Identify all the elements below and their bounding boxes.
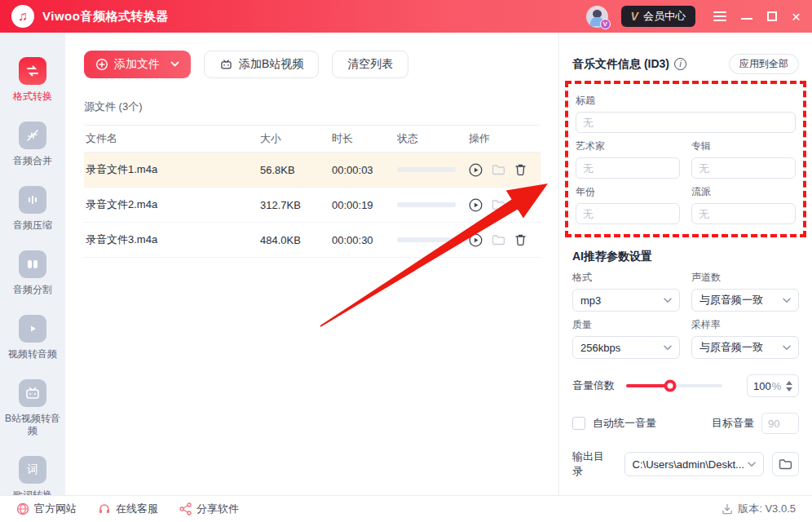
table-row[interactable]: 录音文件1.m4a 56.8KB 00:00:03 xyxy=(84,153,541,188)
user-avatar[interactable]: V xyxy=(586,6,608,28)
format-label: 格式 xyxy=(572,271,680,285)
output-dir-label: 输出目录 xyxy=(572,449,614,479)
main-area: 添加文件 添加B站视频 清空列表 源文件 (3个) 文件名 大小 时长 状态 操… xyxy=(65,33,558,495)
auto-volume-checkbox[interactable] xyxy=(572,417,585,430)
browse-folder-button[interactable] xyxy=(772,452,799,476)
year-field-label: 年份 xyxy=(576,185,680,199)
info-icon[interactable]: i xyxy=(674,58,686,70)
play-icon[interactable] xyxy=(469,163,483,177)
sidebar-item-video-to-audio[interactable]: 视频转音频 xyxy=(2,315,64,361)
vip-center-button[interactable]: V 会员中心 xyxy=(621,6,695,27)
sidebar-item-audio-split[interactable]: 音频分割 xyxy=(2,250,64,296)
chevron-down-icon xyxy=(748,462,756,467)
clear-list-button[interactable]: 清空列表 xyxy=(332,51,408,78)
delete-trash-icon[interactable] xyxy=(514,233,527,246)
chevron-down-icon xyxy=(170,61,179,68)
video-to-audio-icon xyxy=(19,315,46,343)
samplerate-label: 采样率 xyxy=(691,318,799,332)
title-field[interactable] xyxy=(576,112,796,133)
file-duration: 00:00:30 xyxy=(332,234,397,246)
stepper-arrows-icon[interactable] xyxy=(786,381,792,392)
album-field[interactable] xyxy=(691,157,796,179)
chevron-down-icon xyxy=(664,345,672,351)
file-name: 录音文件1.m4a xyxy=(84,162,260,177)
minimize-button[interactable] xyxy=(741,18,752,20)
file-size: 312.7KB xyxy=(260,199,332,211)
progress-bar xyxy=(397,167,456,172)
bilibili-tv-icon xyxy=(19,379,46,407)
quality-label: 质量 xyxy=(572,318,680,332)
artist-field[interactable] xyxy=(576,157,680,179)
file-name: 录音文件2.m4a xyxy=(84,197,260,212)
file-duration: 00:00:19 xyxy=(332,199,397,211)
target-volume-field[interactable] xyxy=(761,413,799,434)
delete-trash-icon[interactable] xyxy=(514,198,527,211)
progress-bar xyxy=(397,202,456,207)
download-icon xyxy=(722,503,733,515)
footer-bar: 官方网站 在线客服 分享软件 版本: V3.0.5 xyxy=(0,495,812,522)
share-software-link[interactable]: 分享软件 xyxy=(179,502,239,516)
vip-badge: V xyxy=(600,19,611,29)
online-support-link[interactable]: 在线客服 xyxy=(98,502,158,516)
channels-label: 声道数 xyxy=(691,271,799,285)
audio-compress-icon xyxy=(19,186,46,214)
quality-select[interactable]: 256kbps xyxy=(572,336,680,359)
format-convert-icon xyxy=(19,57,46,85)
add-bilibili-button[interactable]: 添加B站视频 xyxy=(204,51,319,78)
table-row[interactable]: 录音文件3.m4a 484.0KB 00:00:30 xyxy=(84,223,541,258)
vip-v-icon: V xyxy=(631,10,638,23)
share-icon xyxy=(179,502,192,515)
source-file-count: 源文件 (3个) xyxy=(84,100,541,114)
slider-thumb[interactable] xyxy=(664,380,677,392)
tv-icon xyxy=(219,58,233,71)
settings-panel: 音乐文件信息 (ID3) i 应用到全部 标题 艺术家 专辑 年份 xyxy=(558,33,812,495)
play-icon[interactable] xyxy=(469,233,483,247)
genre-field-label: 流派 xyxy=(691,185,796,199)
audio-merge-icon xyxy=(19,122,46,149)
file-duration: 00:00:03 xyxy=(332,164,397,176)
id3-annotation-box: 标题 艺术家 专辑 年份 流派 xyxy=(565,81,806,237)
app-logo-music-icon: ♫ xyxy=(11,5,34,28)
channels-select[interactable]: 与原音频一致 xyxy=(691,289,799,312)
close-button[interactable]: × xyxy=(792,9,801,24)
file-table: 文件名 大小 时长 状态 操作 录音文件1.m4a 56.8KB 00:00:0… xyxy=(84,125,541,258)
sidebar-item-audio-compress[interactable]: 音频压缩 xyxy=(2,186,64,232)
official-website-link[interactable]: 官方网站 xyxy=(16,502,77,516)
volume-percent-stepper[interactable]: 100% xyxy=(747,374,799,397)
volume-label: 音量倍数 xyxy=(572,378,615,393)
open-folder-icon[interactable] xyxy=(492,234,505,246)
delete-trash-icon[interactable] xyxy=(514,163,527,176)
artist-field-label: 艺术家 xyxy=(576,139,680,153)
add-file-button[interactable]: 添加文件 xyxy=(84,51,191,78)
sidebar-item-audio-merge[interactable]: 音频合并 xyxy=(2,122,64,167)
id3-section-title: 音乐文件信息 (ID3) xyxy=(572,57,669,72)
sidebar-item-format-convert[interactable]: 格式转换 xyxy=(2,57,64,103)
genre-field[interactable] xyxy=(691,203,796,224)
open-folder-icon[interactable] xyxy=(492,164,505,176)
version-info[interactable]: 版本: V3.0.5 xyxy=(722,502,796,516)
auto-volume-label: 自动统一音量 xyxy=(593,416,656,431)
samplerate-select[interactable]: 与原音频一致 xyxy=(691,336,799,359)
chevron-down-icon xyxy=(783,298,791,303)
volume-slider[interactable] xyxy=(626,384,722,387)
play-icon[interactable] xyxy=(469,198,483,212)
circle-plus-icon xyxy=(95,58,108,71)
titlebar: ♫ Viwoo音频格式转换器 V V 会员中心 × xyxy=(0,0,812,33)
progress-bar xyxy=(397,237,456,242)
sidebar: 格式转换 音频合并 音频压缩 音频分割 视频转音频 xyxy=(0,33,65,495)
chevron-down-icon xyxy=(783,345,791,351)
year-field[interactable] xyxy=(576,203,680,224)
globe-icon xyxy=(16,502,29,515)
menu-icon[interactable] xyxy=(713,11,726,21)
audio-split-icon xyxy=(19,250,46,278)
title-field-label: 标题 xyxy=(576,94,796,108)
apply-all-button[interactable]: 应用到全部 xyxy=(729,54,799,74)
table-row[interactable]: 录音文件2.m4a 312.7KB 00:00:19 xyxy=(84,188,541,223)
album-field-label: 专辑 xyxy=(691,139,796,153)
format-select[interactable]: mp3 xyxy=(572,289,680,312)
folder-icon xyxy=(779,458,792,471)
maximize-button[interactable] xyxy=(767,11,777,21)
output-dir-select[interactable]: C:\Users\admin\Deskt... xyxy=(624,452,764,476)
open-folder-icon[interactable] xyxy=(492,199,505,211)
sidebar-item-bilibili-to-audio[interactable]: B站视频转音频 xyxy=(2,379,64,437)
